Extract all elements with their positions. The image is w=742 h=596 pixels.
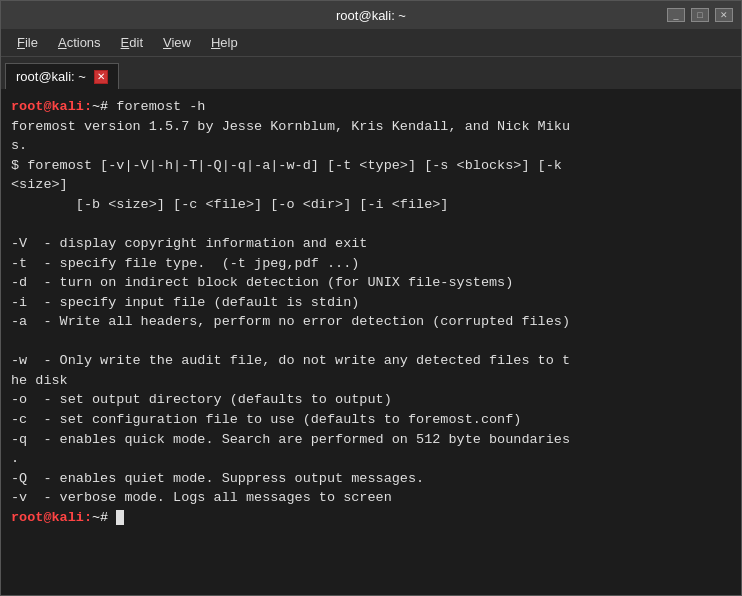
- terminal-content: root@kali:~# foremost -h foremost versio…: [11, 97, 731, 527]
- menu-bar: File Actions Edit View Help: [1, 29, 741, 57]
- menu-help[interactable]: Help: [203, 32, 246, 53]
- output-line-8: -d - turn on indirect block detection (f…: [11, 275, 513, 290]
- output-line-10: -a - Write all headers, perform no error…: [11, 314, 570, 329]
- prompt-label-1: root@kali:: [11, 99, 92, 114]
- tab-root[interactable]: root@kali: ~ ✕: [5, 63, 119, 89]
- tab-label: root@kali: ~: [16, 69, 86, 84]
- window-title: root@kali: ~: [336, 8, 406, 23]
- output-line-12: he disk: [11, 373, 68, 388]
- maximize-button[interactable]: □: [691, 8, 709, 22]
- tab-bar: root@kali: ~ ✕: [1, 57, 741, 89]
- prompt-suffix-1: ~#: [92, 99, 108, 114]
- close-button[interactable]: ✕: [715, 8, 733, 22]
- menu-view[interactable]: View: [155, 32, 199, 53]
- minimize-button[interactable]: _: [667, 8, 685, 22]
- output-line-3: $ foremost [-v|-V|-h|-T|-Q|-q|-a|-w-d] […: [11, 158, 562, 173]
- output-line-2: s.: [11, 138, 27, 153]
- output-line-6: -V - display copyright information and e…: [11, 236, 367, 251]
- menu-edit[interactable]: Edit: [113, 32, 151, 53]
- output-line-4: <size>]: [11, 177, 68, 192]
- terminal-output[interactable]: root@kali:~# foremost -h foremost versio…: [1, 89, 741, 595]
- output-line-1: foremost version 1.5.7 by Jesse Kornblum…: [11, 119, 570, 134]
- output-line-17: -Q - enables quiet mode. Suppress output…: [11, 471, 424, 486]
- command-text: foremost -h: [108, 99, 205, 114]
- final-prompt-suffix: ~#: [92, 510, 108, 525]
- cursor: [116, 510, 124, 525]
- output-line-16: .: [11, 451, 19, 466]
- output-line-13: -o - set output directory (defaults to o…: [11, 392, 392, 407]
- terminal-window: root@kali: ~ _ □ ✕ File Actions Edit Vie…: [0, 0, 742, 596]
- output-line-15: -q - enables quick mode. Search are perf…: [11, 432, 570, 447]
- tab-close-button[interactable]: ✕: [94, 70, 108, 84]
- title-bar: root@kali: ~ _ □ ✕: [1, 1, 741, 29]
- output-line-18: -v - verbose mode. Logs all messages to …: [11, 490, 392, 505]
- final-prompt-label: root@kali:: [11, 510, 92, 525]
- menu-file[interactable]: File: [9, 32, 46, 53]
- window-controls: _ □ ✕: [667, 8, 733, 22]
- output-line-11: -w - Only write the audit file, do not w…: [11, 353, 570, 368]
- output-line-5: [-b <size>] [-c <file>] [-o <dir>] [-i <…: [11, 197, 448, 212]
- output-line-7: -t - specify file type. (-t jpeg,pdf ...…: [11, 256, 359, 271]
- menu-actions[interactable]: Actions: [50, 32, 109, 53]
- output-line-14: -c - set configuration file to use (defa…: [11, 412, 521, 427]
- output-line-9: -i - specify input file (default is stdi…: [11, 295, 359, 310]
